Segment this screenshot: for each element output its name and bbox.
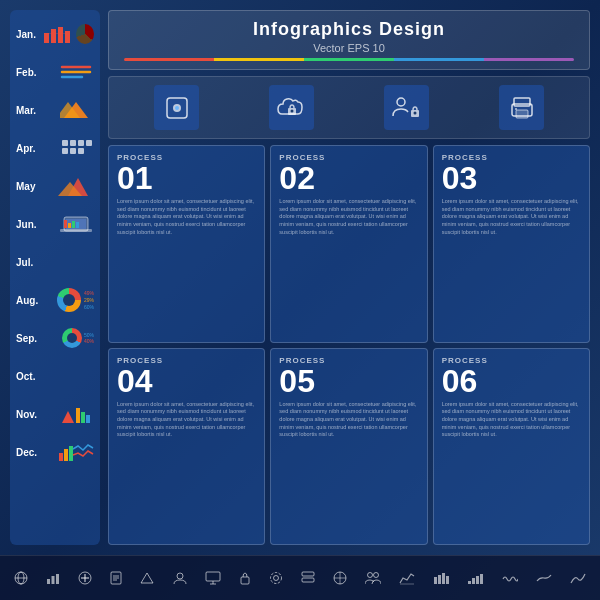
svg-rect-49: [52, 576, 55, 584]
svg-rect-27: [76, 408, 80, 423]
month-icon-sep: 50% 40%: [62, 328, 94, 348]
bottom-globe-icon[interactable]: [14, 571, 28, 585]
svg-rect-30: [59, 453, 63, 461]
month-row-jul: Jul.: [10, 243, 100, 281]
month-label-jan: Jan.: [16, 29, 44, 40]
svg-rect-60: [206, 572, 220, 581]
bottom-globe2-icon[interactable]: [333, 571, 347, 585]
month-row-oct: Oct.: [10, 357, 100, 395]
process-card-02[interactable]: PROCESS 02 Lorem ipsum dolor sit amet, c…: [270, 145, 427, 343]
month-row-apr: Apr.: [10, 129, 100, 167]
bottom-wave2-icon[interactable]: [536, 571, 552, 585]
process-card-01[interactable]: PROCESS 01 Lorem ipsum dolor sit amet, c…: [108, 145, 265, 343]
svg-rect-66: [302, 572, 314, 576]
month-label-jul: Jul.: [16, 257, 44, 268]
icon-row: [108, 76, 590, 139]
bottom-server-icon[interactable]: [301, 571, 315, 585]
process-text-04: Lorem ipsum dolor sit amet, consectetuer…: [117, 401, 256, 439]
month-label-oct: Oct.: [16, 371, 44, 382]
month-label-sep: Sep.: [16, 333, 44, 344]
svg-rect-63: [241, 577, 249, 584]
svg-point-65: [270, 573, 281, 584]
svg-rect-1: [51, 29, 56, 43]
svg-rect-76: [442, 573, 445, 584]
bottom-user-icon[interactable]: [173, 571, 187, 585]
bottom-plus-icon[interactable]: [78, 571, 92, 585]
svg-rect-25: [76, 222, 79, 228]
svg-rect-11: [70, 140, 76, 146]
month-label-aug: Aug.: [16, 295, 44, 306]
process-text-03: Lorem ipsum dolor sit amet, consectetuer…: [442, 198, 581, 236]
month-icon-nov: [58, 403, 94, 425]
svg-rect-67: [302, 578, 314, 582]
svg-rect-74: [434, 577, 437, 584]
bottom-linechart-icon[interactable]: [399, 571, 415, 585]
svg-point-64: [273, 576, 278, 581]
svg-rect-29: [86, 415, 90, 423]
month-row-jun: Jun.: [10, 205, 100, 243]
svg-rect-24: [72, 221, 75, 228]
color-line: [124, 58, 574, 61]
svg-point-72: [374, 573, 379, 578]
svg-rect-16: [78, 148, 84, 154]
svg-rect-41: [514, 98, 530, 106]
bottom-mountain-icon[interactable]: [140, 571, 154, 585]
svg-point-71: [368, 573, 373, 578]
svg-rect-23: [68, 223, 71, 228]
process-card-05[interactable]: PROCESS 05 Lorem ipsum dolor sit amet, c…: [270, 348, 427, 546]
print-icon[interactable]: [499, 85, 544, 130]
svg-point-40: [413, 111, 416, 114]
cloud-lock-icon[interactable]: [269, 85, 314, 130]
svg-rect-22: [64, 220, 67, 228]
bottom-monitor-icon[interactable]: [205, 571, 221, 585]
process-number-01: 01: [117, 162, 256, 194]
process-number-04: 04: [117, 365, 256, 397]
month-label-jun: Jun.: [16, 219, 44, 230]
month-label-may: May: [16, 181, 44, 192]
touch-icon[interactable]: [154, 85, 199, 130]
month-icon-jan: [44, 20, 76, 48]
bottom-doc-icon[interactable]: [110, 571, 122, 585]
svg-rect-31: [64, 449, 68, 461]
bottom-wave1-icon[interactable]: [502, 571, 518, 585]
bottom-bar-chart-icon[interactable]: [46, 571, 60, 585]
svg-point-35: [175, 106, 179, 110]
process-text-05: Lorem ipsum dolor sit amet, consectetuer…: [279, 401, 418, 439]
pie-icon-jan: [76, 24, 94, 44]
svg-rect-10: [62, 140, 68, 146]
svg-marker-58: [141, 573, 153, 583]
month-icon-feb: [58, 58, 94, 86]
svg-rect-2: [58, 27, 63, 43]
month-row-dec: Dec.: [10, 433, 100, 471]
bottom-barchart2-icon[interactable]: [433, 571, 449, 585]
month-icon-may: [58, 172, 94, 200]
svg-rect-78: [468, 581, 471, 584]
process-number-02: 02: [279, 162, 418, 194]
bottom-wave3-icon[interactable]: [570, 571, 586, 585]
svg-rect-12: [78, 140, 84, 146]
people-lock-icon[interactable]: [384, 85, 429, 130]
month-icon-aug: 49% 29% 60%: [57, 288, 94, 312]
svg-marker-26: [62, 411, 74, 423]
process-card-03[interactable]: PROCESS 03 Lorem ipsum dolor sit amet, c…: [433, 145, 590, 343]
month-row-jan: Jan.: [10, 15, 100, 53]
svg-rect-80: [476, 576, 479, 584]
svg-rect-75: [438, 575, 441, 584]
svg-rect-14: [62, 148, 68, 154]
process-text-06: Lorem ipsum dolor sit amet, consectetuer…: [442, 401, 581, 439]
svg-rect-13: [86, 140, 92, 146]
process-text-02: Lorem ipsum dolor sit amet, consectetuer…: [279, 198, 418, 236]
bottom-gear-icon[interactable]: [269, 571, 283, 585]
process-number-06: 06: [442, 365, 581, 397]
month-label-apr: Apr.: [16, 143, 44, 154]
svg-rect-79: [472, 578, 475, 584]
process-card-04[interactable]: PROCESS 04 Lorem ipsum dolor sit amet, c…: [108, 348, 265, 546]
bottom-lock-icon[interactable]: [239, 571, 251, 585]
svg-rect-50: [56, 574, 59, 584]
svg-rect-4: [44, 33, 70, 34]
bottom-people-icon[interactable]: [365, 571, 381, 585]
svg-rect-77: [446, 576, 449, 584]
bottom-bars3-icon[interactable]: [468, 571, 484, 585]
svg-rect-81: [480, 574, 483, 584]
process-card-06[interactable]: PROCESS 06 Lorem ipsum dolor sit amet, c…: [433, 348, 590, 546]
